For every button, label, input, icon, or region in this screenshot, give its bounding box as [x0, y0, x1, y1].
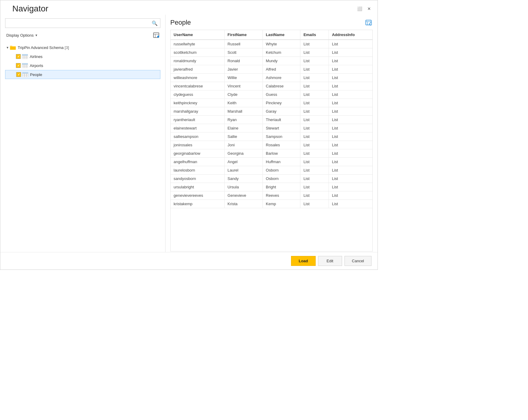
edit-button[interactable]: Edit — [318, 256, 342, 266]
table-cell-firstname: Vincent — [224, 82, 262, 90]
table-cell-addressinfo: List — [329, 158, 372, 166]
table-cell-emails: List — [300, 40, 329, 48]
table-cell-firstname: Marshall — [224, 107, 262, 116]
maximize-button[interactable]: ⬜ — [356, 5, 363, 12]
col-emails: Emails — [300, 30, 329, 40]
table-cell-firstname: Sandy — [224, 175, 262, 183]
svg-text:↻: ↻ — [158, 36, 159, 38]
expand-spacer3 — [11, 72, 16, 77]
expand-icon: ▼ — [5, 45, 10, 50]
nav-preview-icon[interactable]: ↻ — [152, 31, 160, 39]
search-icon[interactable]: 🔍 — [152, 20, 158, 26]
table-cell-addressinfo: List — [329, 65, 372, 74]
table-cell-emails: List — [300, 74, 329, 82]
airports-checkbox[interactable]: ✓ — [16, 63, 21, 68]
people-label: People — [30, 72, 42, 77]
table-cell-addressinfo: List — [329, 90, 372, 99]
table-cell-addressinfo: List — [329, 166, 372, 175]
table-row: ursulabrightUrsulaBrightListList — [171, 183, 372, 191]
folder-icon — [10, 45, 16, 50]
table-cell-addressinfo: List — [329, 132, 372, 141]
cancel-button[interactable]: Cancel — [344, 256, 372, 266]
tree-item-people[interactable]: ✓ People — [5, 70, 160, 79]
table-cell-username: clydeguess — [171, 90, 224, 99]
left-panel: 🔍 Display Options ▼ ↻ ▼ — [0, 15, 165, 266]
table-cell-username: ursulabright — [171, 183, 224, 191]
tree-root-item[interactable]: ▼ TripPin Advanced Schema [3] — [5, 43, 160, 52]
expand-spacer — [11, 54, 16, 59]
table-cell-firstname: Ronald — [224, 57, 262, 65]
table-cell-lastname: Whyte — [263, 40, 300, 48]
airlines-checkbox[interactable]: ✓ — [16, 54, 21, 59]
table-cell-firstname: Javier — [224, 65, 262, 74]
table-cell-lastname: Kemp — [263, 200, 300, 208]
table-cell-emails: List — [300, 57, 329, 65]
table-row: jonirosalesJoniRosalesListList — [171, 141, 372, 149]
table-cell-emails: List — [300, 183, 329, 191]
svg-rect-25 — [22, 72, 28, 74]
table-cell-username: ronaldmundy — [171, 57, 224, 65]
table-row: elainestewartElaineStewartListList — [171, 124, 372, 132]
table-cell-lastname: Guess — [263, 90, 300, 99]
table-cell-addressinfo: List — [329, 57, 372, 65]
table-cell-firstname: Russell — [224, 40, 262, 48]
close-button[interactable]: ✕ — [366, 5, 373, 12]
table-cell-addressinfo: List — [329, 124, 372, 132]
table-cell-emails: List — [300, 200, 329, 208]
table-cell-username: elainestewart — [171, 124, 224, 132]
preview-header: People ↻ — [170, 18, 373, 27]
table-row: marshallgarayMarshallGarayListList — [171, 107, 372, 116]
table-cell-addressinfo: List — [329, 141, 372, 149]
table-cell-emails: List — [300, 175, 329, 183]
display-options-button[interactable]: Display Options ▼ — [5, 32, 39, 38]
table-icon-people — [22, 72, 28, 77]
table-cell-addressinfo: List — [329, 116, 372, 124]
table-cell-firstname: Angel — [224, 158, 262, 166]
table-cell-username: marshallgaray — [171, 107, 224, 116]
table-row: vincentcalabreseVincentCalabreseListList — [171, 82, 372, 90]
table-row: clydeguessClydeGuessListList — [171, 90, 372, 99]
col-username: UserName — [171, 30, 224, 40]
svg-rect-7 — [10, 47, 16, 50]
table-cell-username: ryantheriault — [171, 116, 224, 124]
table-cell-emails: List — [300, 191, 329, 200]
table-row: salliesampsonSallieSampsonListList — [171, 132, 372, 141]
load-button[interactable]: Load — [291, 256, 315, 266]
table-cell-emails: List — [300, 141, 329, 149]
search-input[interactable] — [8, 21, 152, 26]
window-title: Navigator — [12, 4, 48, 14]
chevron-down-icon: ▼ — [35, 34, 38, 37]
table-cell-firstname: Georgina — [224, 149, 262, 158]
table-cell-lastname: Sampson — [263, 132, 300, 141]
table-cell-firstname: Ryan — [224, 116, 262, 124]
table-cell-lastname: Stewart — [263, 124, 300, 132]
table-cell-emails: List — [300, 132, 329, 141]
table-cell-firstname: Sallie — [224, 132, 262, 141]
table-cell-username: javieralfred — [171, 65, 224, 74]
table-header-row: UserName FirstName LastName Emails Addre… — [171, 30, 372, 40]
col-firstname: FirstName — [224, 30, 262, 40]
tree-item-airlines[interactable]: ✓ Airlines — [5, 52, 160, 61]
table-cell-addressinfo: List — [329, 183, 372, 191]
table-cell-emails: List — [300, 124, 329, 132]
table-cell-addressinfo: List — [329, 149, 372, 158]
table-row: russellwhyteRussellWhyteListList — [171, 40, 372, 48]
data-table-container: UserName FirstName LastName Emails Addre… — [170, 30, 373, 251]
col-lastname: LastName — [263, 30, 300, 40]
table-cell-emails: List — [300, 107, 329, 116]
table-row: javieralfredJavierAlfredListList — [171, 65, 372, 74]
tree-item-airports[interactable]: ✓ Airports — [5, 61, 160, 70]
preview-action-icon[interactable]: ↻ — [364, 18, 373, 27]
table-cell-username: scottketchum — [171, 48, 224, 57]
titlebar: Navigator ⬜ ✕ — [0, 0, 378, 15]
table-cell-firstname: Laurel — [224, 166, 262, 175]
svg-rect-19 — [22, 63, 28, 65]
people-checkbox[interactable]: ✓ — [16, 72, 21, 77]
table-cell-username: kristakemp — [171, 200, 224, 208]
table-icon-airlines — [22, 54, 28, 59]
table-cell-addressinfo: List — [329, 107, 372, 116]
table-cell-username: genevievereeves — [171, 191, 224, 200]
table-cell-emails: List — [300, 48, 329, 57]
table-cell-addressinfo: List — [329, 48, 372, 57]
table-icon-airports — [22, 63, 28, 68]
